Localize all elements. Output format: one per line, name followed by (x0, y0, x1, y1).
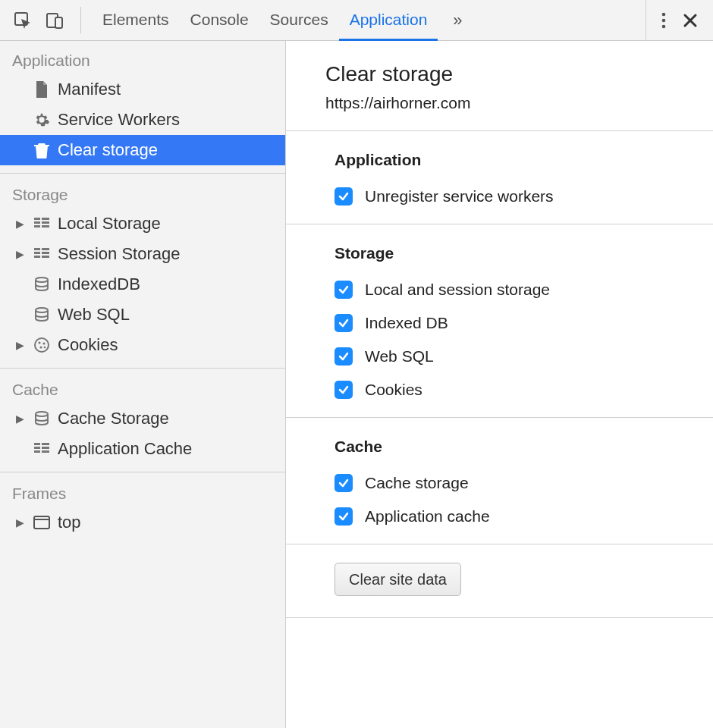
svg-point-20 (35, 338, 49, 352)
sidebar-item-session-storage[interactable]: ▶ Session Storage (0, 239, 285, 269)
svg-point-5 (662, 24, 666, 28)
chevron-right-icon[interactable]: ▶ (14, 413, 26, 425)
sidebar-item-cookies[interactable]: ▶ Cookies (0, 330, 285, 360)
checkbox-icon[interactable] (335, 474, 353, 492)
check-label: Cookies (365, 381, 422, 399)
database-icon (33, 411, 50, 426)
grid-icon (33, 248, 50, 260)
divider (286, 617, 713, 618)
sidebar-item-label: Cache Storage (58, 409, 169, 428)
tab-sources[interactable]: Sources (259, 1, 339, 41)
grid-icon (33, 443, 50, 455)
more-tabs-icon[interactable]: » (447, 10, 468, 31)
svg-point-4 (662, 18, 666, 22)
svg-rect-8 (34, 221, 40, 224)
chevron-right-icon[interactable]: ▶ (14, 339, 26, 351)
tabs: Elements Console Sources Application (92, 0, 438, 40)
checkbox-icon[interactable] (335, 381, 353, 399)
sidebar-item-top-frame[interactable]: ▶ top (0, 507, 285, 538)
svg-rect-16 (34, 256, 40, 258)
svg-point-3 (662, 12, 666, 16)
sidebar-item-label: Service Workers (58, 110, 180, 130)
chevron-right-icon[interactable]: ▶ (14, 516, 26, 529)
check-web-sql[interactable]: Web SQL (286, 340, 713, 373)
sidebar-item-label: IndexedDB (58, 275, 140, 294)
gear-icon (33, 111, 50, 128)
check-application-cache[interactable]: Application cache (286, 500, 713, 533)
svg-rect-31 (42, 450, 49, 453)
group-heading-storage: Storage (286, 224, 713, 273)
svg-rect-27 (42, 443, 49, 445)
check-local-session[interactable]: Local and session storage (286, 273, 713, 306)
check-cache-storage[interactable]: Cache storage (286, 466, 713, 500)
tab-elements[interactable]: Elements (92, 1, 180, 41)
separator (0, 368, 285, 369)
sidebar: Application ▶ Manifest ▶ Service Workers… (0, 41, 286, 728)
trash-icon (33, 142, 50, 158)
svg-rect-28 (34, 447, 40, 449)
section-title-storage: Storage (0, 175, 285, 209)
check-label: Application cache (365, 507, 490, 526)
tab-application[interactable]: Application (339, 1, 438, 41)
check-cookies[interactable]: Cookies (286, 373, 713, 406)
sidebar-item-local-storage[interactable]: ▶ Local Storage (0, 209, 285, 239)
toolbar-left (0, 11, 77, 30)
sidebar-item-label: Session Storage (58, 244, 180, 264)
svg-point-22 (42, 342, 45, 344)
frame-icon (33, 516, 50, 529)
device-icon[interactable] (46, 11, 64, 30)
svg-rect-26 (34, 443, 40, 445)
sidebar-item-manifest[interactable]: ▶ Manifest (0, 74, 285, 105)
check-label: Indexed DB (365, 314, 448, 332)
content-pane: Clear storage https://airhorner.com Appl… (286, 41, 713, 728)
page-title: Clear storage (286, 41, 713, 91)
svg-rect-12 (34, 248, 40, 250)
main: Application ▶ Manifest ▶ Service Workers… (0, 41, 713, 728)
checkbox-icon[interactable] (335, 187, 353, 206)
sidebar-item-label: Local Storage (58, 214, 161, 234)
checkbox-icon[interactable] (335, 281, 353, 299)
check-indexed-db[interactable]: Indexed DB (286, 306, 713, 340)
database-icon (33, 277, 50, 292)
svg-rect-10 (34, 225, 40, 228)
svg-point-19 (36, 308, 48, 312)
sidebar-item-application-cache[interactable]: ▶ Application Cache (0, 434, 285, 464)
svg-rect-7 (42, 218, 49, 220)
clear-site-data-button[interactable]: Clear site data (335, 563, 461, 596)
check-unregister-sw[interactable]: Unregister service workers (286, 180, 713, 213)
devtools-toolbar: Elements Console Sources Application » (0, 0, 713, 41)
page-url: https://airhorner.com (286, 91, 713, 130)
section-title-cache: Cache (0, 370, 285, 403)
svg-point-24 (44, 347, 46, 349)
svg-rect-9 (42, 221, 49, 224)
tab-console[interactable]: Console (180, 1, 259, 41)
sidebar-item-websql[interactable]: ▶ Web SQL (0, 300, 285, 330)
toolbar-right (645, 0, 713, 40)
document-icon (33, 81, 50, 98)
chevron-right-icon[interactable]: ▶ (14, 248, 26, 260)
chevron-right-icon[interactable]: ▶ (14, 218, 26, 230)
checkbox-icon[interactable] (335, 507, 353, 526)
sidebar-item-indexeddb[interactable]: ▶ IndexedDB (0, 269, 285, 300)
sidebar-item-cache-storage[interactable]: ▶ Cache Storage (0, 403, 285, 434)
close-icon[interactable] (683, 13, 698, 28)
check-label: Web SQL (365, 347, 434, 366)
svg-rect-6 (34, 218, 40, 220)
sidebar-item-label: Web SQL (58, 305, 130, 325)
svg-point-18 (36, 278, 48, 282)
svg-rect-14 (34, 252, 40, 254)
cookie-icon (33, 337, 50, 353)
separator (0, 472, 285, 472)
checkbox-icon[interactable] (335, 314, 353, 332)
kebab-icon[interactable] (661, 12, 666, 29)
check-label: Local and session storage (365, 281, 550, 299)
sidebar-item-service-workers[interactable]: ▶ Service Workers (0, 105, 285, 135)
svg-rect-30 (34, 450, 40, 453)
inspect-icon[interactable] (14, 11, 32, 30)
database-icon (33, 307, 50, 322)
sidebar-item-clear-storage[interactable]: ▶ Clear storage (0, 135, 285, 165)
check-label: Cache storage (365, 474, 469, 492)
checkbox-icon[interactable] (335, 347, 353, 366)
svg-point-23 (39, 346, 42, 348)
group-heading-cache: Cache (286, 418, 713, 466)
